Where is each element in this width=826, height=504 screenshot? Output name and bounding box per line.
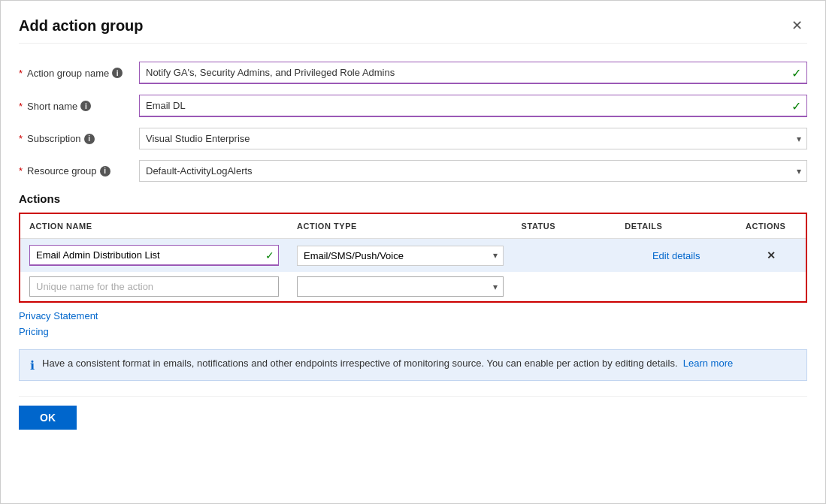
subscription-row: * Subscription i Visual Studio Enterpris… [19,128,807,149]
col-header-actions: ACTIONS [737,214,806,239]
new-action-type-wrapper: ▾ [297,276,504,297]
details-cell: Edit details [616,239,737,273]
short-name-input[interactable] [139,95,807,117]
col-header-details: DETAILS [616,214,737,239]
subscription-select[interactable]: Visual Studio Enterprise [139,128,807,149]
new-details-cell [616,272,737,301]
dialog-header: Add action group ✕ [19,16,807,44]
required-star-short: * [19,101,23,112]
action-type-select[interactable]: Email/SMS/Push/Voice [297,246,504,266]
actions-cell: ✕ [737,239,806,273]
action-name-cell: ✓ [20,239,288,273]
table-row: ✓ Email/SMS/Push/Voice ▾ [20,239,806,273]
learn-more-link[interactable]: Learn more [683,358,733,369]
short-name-row: * Short name i ✓ [19,95,807,117]
action-name-input-wrapper: ✓ [29,245,279,266]
ok-button[interactable]: OK [19,406,77,430]
subscription-select-wrapper: Visual Studio Enterprise ▾ [139,128,807,149]
action-group-name-check-icon: ✓ [791,66,801,80]
required-star-sub: * [19,133,23,144]
delete-action-button[interactable]: ✕ [767,249,776,261]
action-group-name-field-wrapper: ✓ [139,62,807,84]
action-name-input[interactable] [29,245,279,266]
info-banner-icon: ℹ [30,358,35,373]
privacy-statement-link[interactable]: Privacy Statement [19,310,98,321]
new-actions-cell [737,272,806,301]
info-banner-text: Have a consistent format in emails, noti… [42,358,733,369]
pricing-row: Pricing [19,326,807,337]
short-name-info-icon[interactable]: i [80,101,91,111]
subscription-info-icon[interactable]: i [84,134,95,144]
required-star: * [19,68,23,79]
col-header-action-name: ACTION NAME [20,214,288,239]
action-group-name-row: * Action group name i ✓ [19,62,807,84]
resource-group-select[interactable]: Default-ActivityLogAlerts [139,160,807,182]
resource-group-label: * Resource group i [19,165,139,177]
required-star-rg: * [19,165,23,177]
resource-group-select-wrapper: Default-ActivityLogAlerts ▾ [139,160,807,182]
short-name-field-wrapper: ✓ [139,95,807,117]
short-name-label: * Short name i [19,101,139,112]
action-name-check-icon: ✓ [265,249,274,261]
action-group-name-label: * Action group name i [19,68,139,79]
add-action-group-dialog: Add action group ✕ * Action group name i… [0,0,826,504]
col-header-status: STATUS [513,214,616,239]
privacy-statement-row: Privacy Statement [19,310,807,321]
col-header-action-type: ACTION TYPE [288,214,513,239]
close-button[interactable]: ✕ [787,16,807,35]
new-action-name-input[interactable] [29,276,279,297]
action-group-name-input[interactable] [139,62,807,84]
short-name-check-icon: ✓ [791,99,801,113]
resource-group-row: * Resource group i Default-ActivityLogAl… [19,160,807,182]
info-banner: ℹ Have a consistent format in emails, no… [19,349,807,381]
dialog-footer: OK [19,396,807,430]
dialog-title: Add action group [19,17,144,35]
subscription-label: * Subscription i [19,133,139,144]
new-status-cell [513,272,616,301]
pricing-link[interactable]: Pricing [19,326,49,337]
new-action-type-select[interactable] [297,276,504,297]
resource-group-info-icon[interactable]: i [100,166,110,177]
action-group-name-info-icon[interactable]: i [112,68,123,78]
actions-table: ACTION NAME ACTION TYPE STATUS DETAILS A… [20,214,806,301]
new-action-type-cell: ▾ [288,272,513,301]
status-cell [513,239,616,273]
actions-table-wrapper: ACTION NAME ACTION TYPE STATUS DETAILS A… [19,213,807,303]
new-action-row: ▾ [20,272,806,301]
edit-details-link[interactable]: Edit details [652,250,700,261]
action-type-cell: Email/SMS/Push/Voice ▾ [288,239,513,273]
new-action-name-cell [20,272,288,301]
action-type-select-wrapper: Email/SMS/Push/Voice ▾ [297,246,504,266]
actions-section-title: Actions [19,192,807,205]
